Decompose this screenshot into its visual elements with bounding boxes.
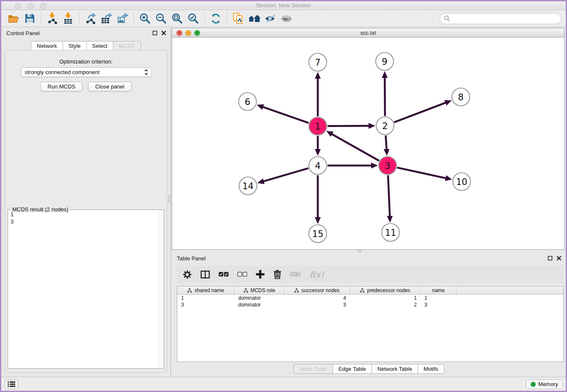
export-network-button[interactable] xyxy=(83,12,99,25)
table-cell[interactable]: dominator xyxy=(234,295,284,301)
svg-text:6: 6 xyxy=(245,97,250,107)
delete-column-button[interactable] xyxy=(273,270,281,279)
table-cell[interactable]: 1 xyxy=(350,295,421,301)
table-cell[interactable]: 3 xyxy=(284,301,350,308)
graph-node-8[interactable]: 8 xyxy=(452,88,470,106)
toolbar-separator xyxy=(134,12,134,25)
task-history-button[interactable] xyxy=(5,379,18,389)
column-header[interactable]: shared name xyxy=(177,287,234,294)
export-image-button[interactable] xyxy=(115,12,131,25)
table-cell[interactable]: 1 xyxy=(177,295,234,301)
close-panel-icon[interactable] xyxy=(161,30,166,36)
tab-motifs[interactable]: Motifs xyxy=(418,364,444,374)
select-all-icon xyxy=(219,272,228,277)
table-cell[interactable]: 2 xyxy=(350,301,421,308)
tab-network-table[interactable]: Network Table xyxy=(372,364,418,374)
optimization-criterion-label: Optimization criterion: xyxy=(5,58,167,65)
home-button[interactable] xyxy=(246,12,262,25)
memory-button[interactable]: Memory xyxy=(526,379,563,389)
save-session-button[interactable] xyxy=(22,12,38,25)
open-session-button[interactable] xyxy=(6,12,22,25)
graph-edge-4-14[interactable] xyxy=(263,168,308,181)
chevron-up-down-icon xyxy=(144,69,148,75)
hide-eye-button[interactable] xyxy=(262,12,278,25)
result-scrollbar[interactable] xyxy=(158,210,163,368)
table-cell[interactable]: 3 xyxy=(421,301,457,308)
select-all-button[interactable] xyxy=(219,272,228,277)
refresh-button[interactable] xyxy=(208,12,224,25)
split-columns-button[interactable] xyxy=(201,271,210,279)
graph-edge-2-9[interactable] xyxy=(385,77,385,116)
graph-node-9[interactable]: 9 xyxy=(376,52,394,70)
graph-node-2[interactable]: 2 xyxy=(376,117,394,135)
add-column-button[interactable] xyxy=(256,270,264,279)
table-row[interactable]: 1dominator411 xyxy=(177,295,563,301)
table-cell[interactable]: 4 xyxy=(284,295,350,301)
graph-node-15[interactable]: 15 xyxy=(309,225,327,243)
zoom-in-button[interactable] xyxy=(137,12,153,25)
network-window-titlebar[interactable]: × − + scc.txt xyxy=(172,28,564,38)
zoom-out-button[interactable] xyxy=(153,12,169,25)
mcds-result-text[interactable]: 1 3 xyxy=(11,211,158,367)
deselect-all-button[interactable] xyxy=(237,272,247,277)
graph-edge-3-1[interactable] xyxy=(331,134,379,161)
window-title: Session: New Session xyxy=(1,2,566,8)
gear-button[interactable] xyxy=(183,270,192,279)
float-panel-icon[interactable] xyxy=(152,30,157,36)
close-panel-icon[interactable] xyxy=(556,256,561,261)
graph-edge-1-6[interactable] xyxy=(262,107,308,123)
tab-style[interactable]: Style xyxy=(63,41,87,51)
search-input[interactable] xyxy=(450,15,557,22)
function-builder-button[interactable]: f(x) xyxy=(310,270,324,279)
table-cell[interactable]: 1 xyxy=(421,295,457,301)
column-header[interactable]: name xyxy=(421,287,457,294)
network-canvas[interactable]: 7968124314101511 xyxy=(172,38,564,249)
graph-node-3[interactable]: 3 xyxy=(379,157,396,174)
graph-node-6[interactable]: 6 xyxy=(239,93,256,110)
refresh-icon xyxy=(210,13,221,24)
table-cell[interactable]: 3 xyxy=(177,301,234,308)
tab-network[interactable]: Network xyxy=(31,41,63,51)
graph-edge-1-2[interactable] xyxy=(328,126,369,126)
network-file-button[interactable] xyxy=(230,12,246,25)
graph-node-1[interactable]: 1 xyxy=(309,117,327,135)
close-panel-button[interactable]: Close panel xyxy=(88,82,132,91)
criterion-select[interactable]: strongly connected component xyxy=(21,67,152,77)
search-field[interactable] xyxy=(440,13,561,24)
graph-edge-3-11[interactable] xyxy=(388,175,390,217)
graph-node-4[interactable]: 4 xyxy=(309,157,327,174)
tab-edge-table[interactable]: Edge Table xyxy=(333,364,372,374)
open-folder-icon xyxy=(8,14,19,23)
table-cell[interactable]: dominator xyxy=(234,301,284,308)
column-header[interactable]: MCDS role xyxy=(234,287,284,294)
run-mcds-button[interactable]: Run MCDS xyxy=(40,82,83,91)
show-eye-button[interactable] xyxy=(278,12,295,25)
graph-edge-3-10[interactable] xyxy=(397,168,446,178)
graph-node-11[interactable]: 11 xyxy=(382,224,399,241)
export-table-button[interactable] xyxy=(99,12,115,25)
column-header[interactable]: predecessor nodes xyxy=(350,287,421,294)
float-panel-icon[interactable] xyxy=(548,256,553,261)
tab-mcds[interactable]: MCDS xyxy=(113,41,141,51)
column-header[interactable]: successor nodes xyxy=(284,287,350,294)
zoom-fit-button[interactable] xyxy=(169,12,185,25)
table-row[interactable]: 3dominator323 xyxy=(177,301,563,308)
table-header: shared nameMCDS rolesuccessor nodesprede… xyxy=(177,287,563,295)
divider-handle[interactable] xyxy=(358,250,361,252)
hide-eye-icon xyxy=(264,14,276,23)
tab-node-table[interactable]: Node Table xyxy=(293,364,333,374)
graph-node-10[interactable]: 10 xyxy=(453,173,471,190)
save-icon xyxy=(25,14,35,23)
import-table-button[interactable] xyxy=(60,12,76,25)
tab-select[interactable]: Select xyxy=(86,41,113,51)
graph-node-7[interactable]: 7 xyxy=(309,53,327,71)
divider-handle[interactable] xyxy=(168,196,172,202)
graph-edge-2-3[interactable] xyxy=(385,135,386,150)
delete-table-button[interactable] xyxy=(290,271,301,278)
graph-edge-2-8[interactable] xyxy=(394,102,446,122)
zoom-selected-button[interactable] xyxy=(185,12,201,25)
graph-node-14[interactable]: 14 xyxy=(239,177,257,195)
svg-text:14: 14 xyxy=(242,181,254,191)
export-network-icon xyxy=(85,13,96,24)
import-network-button[interactable] xyxy=(44,12,60,25)
